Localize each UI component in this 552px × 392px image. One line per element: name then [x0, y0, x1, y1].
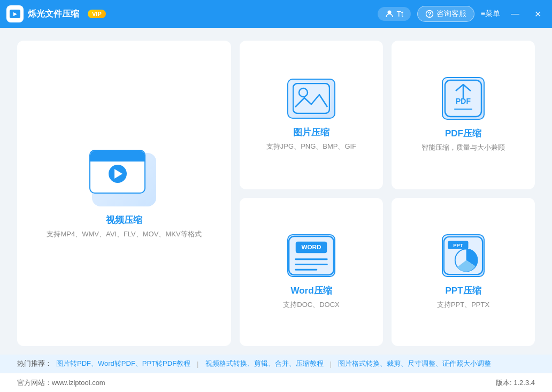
- hot-link-1[interactable]: 图片转PDF、Word转PDF、PPT转PDF教程: [56, 359, 190, 368]
- support-button[interactable]: 咨询客服: [417, 6, 474, 22]
- video-card-subtitle: 支持MP4、WMV、AVI、FLV、MOV、MKV等格式: [47, 229, 201, 239]
- svg-text:PPT: PPT: [453, 242, 463, 248]
- ppt-icon: PPT: [442, 234, 485, 277]
- word-card-subtitle: 支持DOC、DOCX: [283, 300, 339, 310]
- strip-sep-2: |: [330, 360, 332, 368]
- hot-label: 热门推荐：: [17, 359, 52, 368]
- pdf-card-title: PDF压缩: [445, 127, 481, 140]
- word-icon: WORD: [287, 234, 335, 277]
- strip-sep-1: |: [197, 360, 198, 368]
- image-card-title: 图片压缩: [293, 126, 329, 139]
- hot-strip: 热门推荐： 图片转PDF、Word转PDF、PPT转PDF教程 | 视频格式转换…: [0, 355, 552, 373]
- hot-link-3[interactable]: 图片格式转换、裁剪、尺寸调整、证件照大小调整: [338, 359, 491, 368]
- video-icon: [89, 148, 159, 206]
- app-title: 烁光文件压缩: [28, 9, 79, 20]
- word-card[interactable]: WORD Word压缩 支持DOC、DOCX: [240, 198, 383, 347]
- minimize-button[interactable]: —: [507, 7, 524, 21]
- menu-button[interactable]: ≡菜单: [481, 9, 500, 19]
- video-card[interactable]: 视频压缩 支持MP4、WMV、AVI、FLV、MOV、MKV等格式: [17, 41, 231, 346]
- svg-rect-5: [293, 83, 329, 113]
- pdf-card[interactable]: PDF PDF压缩 智能压缩，质量与大小兼顾: [392, 41, 535, 189]
- footer-website: 官方网站：www.iziptool.com: [17, 378, 105, 388]
- word-card-title: Word压缩: [290, 285, 332, 297]
- image-card-subtitle: 支持JPG、PNG、BMP、GIF: [266, 142, 356, 151]
- pdf-card-subtitle: 智能压缩，质量与大小兼顾: [421, 143, 505, 152]
- main-content: 视频压缩 支持MP4、WMV、AVI、FLV、MOV、MKV等格式 图片压缩 支…: [0, 28, 552, 346]
- user-button[interactable]: Tt: [378, 7, 410, 21]
- ppt-card-subtitle: 支持PPT、PPTX: [437, 300, 489, 310]
- titlebar: 烁光文件压缩 VIP Tt 咨询客服 ≡菜单 — ✕: [0, 0, 552, 28]
- svg-text:WORD: WORD: [301, 243, 321, 250]
- footer: 官方网站：www.iziptool.com 版本: 1.2.3.4: [0, 373, 552, 392]
- titlebar-actions: Tt 咨询客服 ≡菜单 — ✕: [378, 6, 546, 22]
- footer-version: 版本: 1.2.3.4: [496, 378, 535, 388]
- image-card[interactable]: 图片压缩 支持JPG、PNG、BMP、GIF: [240, 41, 383, 189]
- pdf-icon: PDF: [442, 77, 485, 120]
- vip-badge: VIP: [88, 10, 106, 18]
- video-card-title: 视频压缩: [106, 214, 142, 226]
- ppt-card[interactable]: PPT PPT压缩 支持PPT、PPTX: [392, 198, 535, 347]
- close-button[interactable]: ✕: [530, 7, 546, 21]
- image-icon: [287, 79, 335, 119]
- app-logo: 烁光文件压缩 VIP: [6, 5, 106, 22]
- svg-point-4: [429, 16, 430, 17]
- cards-grid: 视频压缩 支持MP4、WMV、AVI、FLV、MOV、MKV等格式 图片压缩 支…: [17, 41, 535, 346]
- hot-link-2[interactable]: 视频格式转换、剪辑、合并、压缩教程: [205, 359, 324, 368]
- ppt-card-title: PPT压缩: [445, 285, 481, 297]
- logo-icon: [6, 5, 24, 22]
